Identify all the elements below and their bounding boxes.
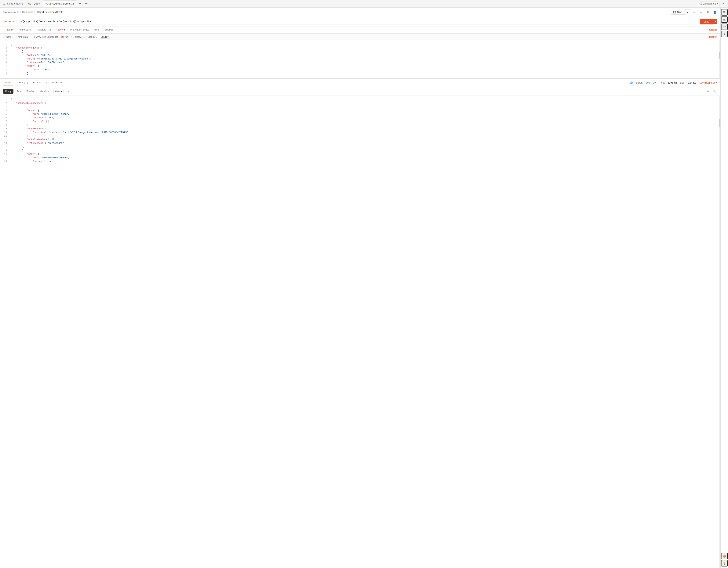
radio-urlencoded	[31, 36, 33, 38]
headers-label: Headers	[37, 28, 46, 31]
add-tab-button[interactable]: +	[78, 1, 83, 6]
resp-tab-body[interactable]: Body	[3, 80, 13, 85]
filter-button[interactable]: ≡	[66, 89, 71, 94]
panel-info-button[interactable]: ℹ	[721, 31, 728, 37]
panel-cookie-button[interactable]: 🍪	[721, 553, 728, 559]
copy-response-button[interactable]: ⧉	[705, 89, 711, 94]
tab-headers[interactable]: Headers ( 12 )	[35, 27, 55, 33]
none-label: none	[6, 36, 12, 38]
code-line-7: 7 "body": {	[3, 64, 717, 68]
breadcrumb-composite[interactable]: Composite	[22, 11, 33, 13]
resp-line-9: 9 "httpHeaders": {	[3, 127, 717, 131]
panel-request-button[interactable]: ⊞	[721, 16, 728, 23]
save-response-label: Save Response	[699, 82, 715, 84]
location-link[interactable]: "/services/data/v52.0/sobjects/Account/0…	[49, 131, 128, 134]
status-label: Status:	[636, 82, 643, 84]
view-tab-visualize[interactable]: Visualize	[38, 89, 51, 94]
option-binary[interactable]: binary	[71, 36, 81, 38]
status-text: OK	[653, 82, 656, 84]
tab-post-sobject[interactable]: POST SObject Collectio...	[43, 0, 77, 7]
option-graphql[interactable]: GraphQL	[84, 36, 97, 38]
url-input[interactable]	[19, 19, 698, 24]
tab-body[interactable]: Body	[55, 27, 68, 33]
panel-doc-button[interactable]: ☰	[721, 9, 728, 16]
more-options-button[interactable]: •••	[692, 9, 697, 15]
request-body-editor[interactable]: 1 { 2 "compositeRequest": [ 3 { 4 "metho…	[0, 40, 720, 78]
edit-button[interactable]: ✏	[698, 9, 704, 15]
code-line-9: 9 }	[3, 72, 717, 75]
tab-authorization[interactable]: Authorization	[16, 27, 35, 33]
code-line-1: 1 {	[3, 43, 717, 46]
globe-icon: 🌐	[630, 82, 633, 84]
chevron-down-icon: ▾	[715, 20, 716, 23]
resp-line-1: 1 {	[3, 98, 717, 102]
resp-json-type-selector[interactable]: JSON ▾	[53, 90, 64, 93]
option-none[interactable]: none	[3, 36, 12, 38]
breadcrumb-salesforce[interactable]: Salesforce APIs	[3, 11, 19, 13]
eye-icon-button[interactable]: 👁	[721, 1, 726, 6]
tests-label: Tests	[94, 28, 99, 31]
binary-label: binary	[75, 36, 81, 38]
headers-badge-close: )	[52, 29, 52, 31]
resp-headers-label: Headers	[32, 81, 41, 84]
view-tab-raw[interactable]: Raw	[14, 89, 23, 94]
save-dropdown-button[interactable]: ▾	[685, 9, 690, 15]
tab-salesforce-apis[interactable]: ☰ Salesforce APIs	[2, 0, 25, 7]
resp-line-18: 18 "success": true,	[3, 160, 717, 163]
scrollbar-thumb	[719, 52, 720, 59]
panel-code-button[interactable]: </>	[721, 24, 728, 30]
settings-label: Settings	[105, 28, 113, 31]
tab-pre-request[interactable]: Pre-request Script	[68, 27, 91, 33]
editor-scrollbar[interactable]	[719, 40, 720, 78]
search-response-button[interactable]: 🔍	[712, 89, 717, 94]
beautify-button[interactable]: Beautify	[709, 36, 717, 38]
save-response-button[interactable]: Save Response ▾	[699, 82, 717, 84]
cookies-link[interactable]: Cookies	[709, 29, 717, 31]
tab-tests[interactable]: Tests	[91, 27, 102, 33]
person-button[interactable]: 👤	[712, 9, 717, 15]
tab-settings[interactable]: Settings	[102, 27, 115, 33]
body-options: none form-data x-www-form-urlencoded raw…	[0, 34, 720, 40]
tab-bar: ☰ Salesforce APIs GET Query POST SObject…	[0, 0, 728, 8]
response-header: Body Cookies ( 2 ) Headers ( 11 ) Test R…	[0, 79, 720, 87]
method-selector[interactable]: POST ▾	[3, 19, 17, 24]
view-tab-preview[interactable]: Preview	[24, 89, 37, 94]
breadcrumb-sep-1: /	[20, 11, 21, 13]
send-button[interactable]: Send	[700, 19, 713, 24]
chevron-down-icon: ▾	[107, 36, 109, 38]
tab-get-query[interactable]: GET Query	[26, 0, 42, 7]
radio-graphql	[84, 36, 86, 38]
copy-button[interactable]: ⧉	[705, 9, 711, 15]
resp-tab-test-results[interactable]: Test Results	[49, 80, 66, 85]
code-line-4: 4 "method": "POST",	[3, 54, 717, 57]
resp-tab-headers[interactable]: Headers ( 11 )	[30, 80, 49, 85]
resp-line-15: 15 {	[3, 149, 717, 153]
doc-icon: ☰	[723, 11, 726, 14]
save-label: Save	[677, 11, 682, 13]
radio-form-data	[15, 36, 17, 38]
response-code-area[interactable]: 1 { 2 "compositeResponse": [ 3 { 4	[0, 96, 720, 568]
panel-light-button[interactable]: 💡	[721, 560, 728, 566]
chevron-down-icon: ▾	[13, 20, 14, 23]
response-status-info: 🌐 Status: 200 OK Time: 1203 ms Size: 1.8…	[630, 82, 717, 84]
response-scrollbar[interactable]	[719, 96, 720, 568]
resp-tab-cookies[interactable]: Cookies ( 2 )	[13, 80, 30, 85]
send-dropdown-button[interactable]: ▾	[713, 19, 717, 24]
right-panel-icons: ☰ ⊞ </> ℹ 🍪 💡	[720, 8, 728, 568]
breadcrumb: Salesforce APIs / Composite / SObject Co…	[0, 8, 720, 17]
code-line-8: 8 "Name": "Rush"	[3, 68, 717, 72]
resp-line-10: 10 "Location": "/services/data/v52.0/sob…	[3, 131, 717, 134]
view-tab-pretty[interactable]: Pretty	[3, 89, 13, 94]
option-urlencoded[interactable]: x-www-form-urlencoded	[31, 36, 58, 38]
response-size: 1.84 KB	[688, 82, 696, 84]
tab-params[interactable]: Params	[3, 27, 16, 33]
person-icon: 👤	[713, 11, 716, 14]
tab-more-button[interactable]: •••	[84, 1, 89, 6]
json-type-selector[interactable]: JSON ▾	[100, 35, 110, 39]
option-form-data[interactable]: form-data	[15, 36, 28, 38]
breadcrumb-sep-2: /	[34, 11, 35, 13]
save-button[interactable]: 💾 Save	[671, 10, 685, 15]
environment-selector[interactable]: No Environment ▾	[698, 2, 720, 6]
option-raw[interactable]: raw	[61, 36, 68, 38]
raw-label: Raw	[16, 90, 21, 93]
